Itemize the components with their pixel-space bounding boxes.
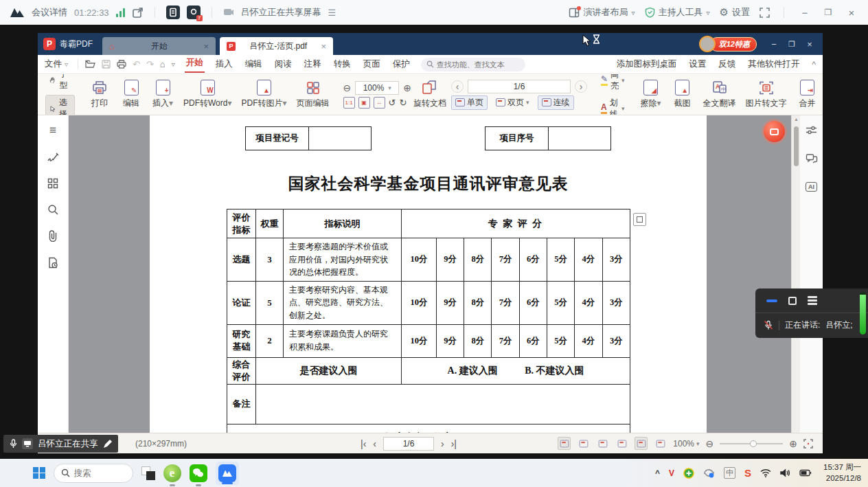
- adjust-panel-icon[interactable]: [806, 125, 817, 135]
- status-zoom-select[interactable]: 100%▾: [673, 439, 699, 449]
- ai-panel-icon[interactable]: AI: [806, 182, 817, 192]
- menu-item-comment[interactable]: 注释: [303, 57, 323, 71]
- menu-item-read[interactable]: 阅读: [273, 57, 293, 71]
- sharing-badge[interactable]: 吕怀立正在共享: [3, 435, 118, 453]
- save-icon[interactable]: [102, 60, 111, 69]
- user-avatar[interactable]: [699, 36, 716, 52]
- recent-files-icon[interactable]: [47, 257, 58, 269]
- prev-page-icon[interactable]: ‹: [373, 438, 376, 449]
- attachments-panel-icon[interactable]: [48, 230, 58, 242]
- fit-width-button[interactable]: [596, 437, 609, 450]
- pdf-to-image-button[interactable]: ▲ PDF转图片▾: [237, 80, 290, 109]
- more-icon[interactable]: ▿: [172, 60, 175, 68]
- tray-ime-indicator[interactable]: 中: [724, 467, 735, 479]
- page-indicator-box[interactable]: 1/6: [468, 80, 571, 93]
- open-with-other[interactable]: 其他软件打开: [748, 58, 799, 70]
- fullscreen-icon[interactable]: [760, 8, 770, 18]
- translate-button[interactable]: A中 全文翻译: [699, 80, 740, 109]
- function-search-box[interactable]: [421, 58, 525, 71]
- status-zoom-out-icon[interactable]: ⊖: [706, 438, 714, 449]
- hand-tool-button[interactable]: 手型: [45, 74, 75, 93]
- task-view-button[interactable]: [141, 466, 155, 480]
- open-folder-icon[interactable]: [85, 60, 95, 69]
- next-page-icon[interactable]: ›: [575, 80, 587, 93]
- redo-icon[interactable]: ↷: [146, 59, 154, 69]
- tray-v-icon[interactable]: V: [669, 468, 674, 478]
- docs-button[interactable]: [166, 5, 180, 19]
- status-page-indicator[interactable]: 1/6: [383, 437, 434, 451]
- tray-sogou-icon[interactable]: S: [744, 467, 751, 479]
- menu-item-page[interactable]: 页面: [362, 57, 382, 71]
- menu-feedback[interactable]: 反馈: [718, 58, 735, 70]
- fit-page-icon[interactable]: ▣: [358, 97, 370, 109]
- rotate-document-button[interactable]: 旋转文档: [415, 77, 445, 112]
- promo-badge[interactable]: 双12特惠: [710, 37, 757, 52]
- share-screen-icon[interactable]: [132, 7, 144, 19]
- tray-expand-icon[interactable]: ^: [655, 468, 660, 478]
- zoom-in-icon[interactable]: ⊕: [403, 82, 411, 93]
- status-fullscreen-icon[interactable]: [803, 439, 813, 449]
- merge-button[interactable]: ⇥ 合并: [792, 80, 823, 109]
- meeting-maximize-button[interactable]: ❐: [821, 8, 835, 17]
- next-page-icon[interactable]: ›: [441, 438, 444, 449]
- underline-button[interactable]: A 划线▾: [597, 95, 629, 115]
- add-desktop-shortcut[interactable]: 添加图标到桌面: [617, 58, 677, 70]
- select-tool-button[interactable]: 选择: [45, 95, 75, 115]
- mic-muted-icon[interactable]: [764, 320, 773, 330]
- host-tools-button[interactable]: 主持人工具 ▿: [645, 6, 710, 19]
- prev-page-icon[interactable]: ‹: [451, 80, 464, 93]
- assistant-floating-button[interactable]: [764, 121, 785, 142]
- erase-button[interactable]: ◢ 擦除▾: [636, 80, 666, 109]
- zoom-slider-knob[interactable]: [750, 440, 757, 447]
- wechat-app-icon[interactable]: [190, 464, 207, 482]
- document-viewport[interactable]: 项目登记号 项目序号 国家社会科学基金项目通讯评审意见表 评价指标 权重 指标说…: [69, 115, 791, 433]
- meeting-close-button[interactable]: ×: [845, 7, 858, 19]
- start-button[interactable]: [33, 467, 45, 479]
- taskbar-clock[interactable]: 15:37 周一 2025/12/8: [823, 462, 861, 484]
- meeting-minimize-button[interactable]: −: [798, 7, 812, 19]
- outline-panel-icon[interactable]: ≡: [49, 124, 56, 137]
- settings-button[interactable]: ⚙ 设置: [720, 6, 750, 19]
- menu-item-edit[interactable]: 编辑: [244, 57, 264, 71]
- tab-home[interactable]: ⌂ 开始 ×: [102, 37, 216, 55]
- tray-antivirus-icon[interactable]: [683, 468, 694, 479]
- panel-minimize-icon[interactable]: [766, 299, 777, 302]
- pdf-close-button[interactable]: ×: [802, 39, 817, 49]
- function-search-input[interactable]: [437, 60, 519, 69]
- actual-size-icon[interactable]: 1:1: [343, 97, 355, 109]
- zoom-out-icon[interactable]: ⊖: [343, 82, 352, 93]
- screenshot-button[interactable]: ▲ 截图: [667, 80, 698, 109]
- pdf-maximize-button[interactable]: ❐: [784, 40, 799, 49]
- pdf-minimize-button[interactable]: −: [766, 39, 781, 49]
- menu-item-protect[interactable]: 保护: [391, 57, 411, 71]
- vertical-scrollbar[interactable]: ▲: [791, 115, 800, 433]
- volume-icon[interactable]: [780, 468, 790, 477]
- menu-item-convert[interactable]: 转换: [332, 57, 352, 71]
- rotate-right-icon[interactable]: ↻: [399, 98, 407, 108]
- panel-restore-icon[interactable]: [788, 297, 797, 305]
- pdf-to-word-button[interactable]: W PDF转Word▾: [179, 80, 236, 109]
- annotate-pen-icon[interactable]: [103, 440, 112, 449]
- first-page-icon[interactable]: |‹: [361, 438, 366, 449]
- print-button[interactable]: 打印: [84, 80, 115, 109]
- signature-panel-icon[interactable]: [47, 152, 59, 163]
- meeting-app-tile[interactable]: [216, 462, 239, 485]
- scroll-up-icon[interactable]: ▲: [792, 117, 801, 122]
- insert-button[interactable]: + 插入▾: [148, 80, 178, 109]
- single-page-button[interactable]: 单页: [451, 95, 488, 110]
- zoom-level-select[interactable]: 100%▾: [355, 81, 399, 95]
- collapse-ribbon-icon[interactable]: ^: [812, 60, 816, 69]
- fit-width-icon[interactable]: ↔: [374, 97, 385, 109]
- zoom-slider[interactable]: [720, 443, 783, 444]
- undo-icon[interactable]: ↶: [133, 59, 140, 69]
- single-view-button[interactable]: [635, 437, 648, 450]
- speaker-layout-button[interactable]: 演讲者布局 ▿: [569, 6, 635, 19]
- tray-sync-icon[interactable]: [703, 468, 715, 478]
- comments-panel-icon[interactable]: [806, 153, 818, 164]
- double-page-button[interactable]: 双页 ▾: [492, 95, 534, 110]
- floating-tool-icon[interactable]: [633, 213, 646, 226]
- rotate-left-icon[interactable]: ↺: [389, 98, 396, 108]
- fit-page-button[interactable]: [577, 437, 590, 450]
- battery-icon[interactable]: [799, 469, 812, 477]
- home-icon[interactable]: ⌂: [160, 59, 165, 69]
